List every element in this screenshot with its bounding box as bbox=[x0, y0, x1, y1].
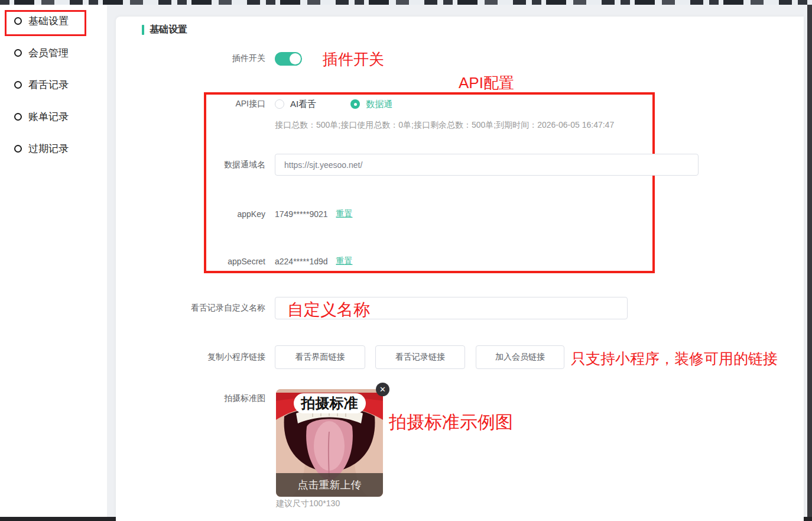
reupload-overlay[interactable]: 点击重新上传 bbox=[276, 473, 383, 497]
domain-input[interactable] bbox=[275, 154, 699, 176]
appkey-value: 1749*****9021 bbox=[275, 209, 328, 219]
join-member-link-button[interactable]: 加入会员链接 bbox=[476, 345, 564, 369]
tongue-photo[interactable]: 拍摄标准 点击重新上传 bbox=[276, 389, 383, 497]
tongue-record-link-button[interactable]: 看舌记录链接 bbox=[375, 345, 465, 369]
appkey-label: appKey bbox=[116, 209, 265, 219]
copy-links-row: 复制小程序链接 看舌界面链接 看舌记录链接 加入会员链接 bbox=[116, 345, 564, 370]
sidebar-item-tongue-records[interactable]: 看舌记录 bbox=[14, 76, 69, 93]
appsecret-row: appSecret a224*****1d9d 重置 bbox=[116, 254, 353, 268]
standard-image-row: 拍摄标准图 bbox=[116, 393, 275, 404]
standard-image-uploader: 拍摄标准 点击重新上传 ✕ bbox=[276, 389, 383, 497]
appsecret-reset-link[interactable]: 重置 bbox=[336, 256, 353, 267]
sidebar-item-label: 看舌记录 bbox=[28, 78, 69, 92]
radio-datatong[interactable]: 数据通 bbox=[350, 99, 392, 110]
radio-selected-icon bbox=[350, 99, 360, 109]
sidebar-item-bill-records[interactable]: 账单记录 bbox=[14, 108, 69, 125]
annotation-links: 只支持小程序，装修可用的链接 bbox=[571, 349, 778, 368]
plugin-switch-label: 插件开关 bbox=[116, 53, 265, 64]
annotation-api-box bbox=[204, 92, 655, 273]
standard-image-label: 拍摄标准图 bbox=[116, 393, 265, 404]
annotation-image-example: 拍摄标准示例图 bbox=[389, 410, 513, 435]
annotation-switch: 插件开关 bbox=[323, 49, 384, 70]
basic-settings-panel: 基础设置 插件开关 插件开关 API配置 API接口 AI看舌 数据通 接口总数… bbox=[116, 17, 804, 521]
photo-standard-badge: 拍摄标准 bbox=[294, 393, 366, 413]
custom-name-label: 看舌记录自定义名称 bbox=[116, 303, 265, 313]
page-title: 基础设置 bbox=[150, 24, 187, 36]
radio-unselected-icon bbox=[275, 99, 284, 109]
domain-label: 数据通域名 bbox=[116, 160, 265, 170]
window-right-edge bbox=[807, 5, 812, 521]
sidebar-item-label: 过期记录 bbox=[28, 142, 69, 156]
circle-icon bbox=[14, 145, 22, 153]
circle-icon bbox=[14, 113, 22, 121]
appsecret-label: appSecret bbox=[116, 257, 265, 266]
radio-label: AI看舌 bbox=[290, 99, 316, 110]
browser-edge-strip bbox=[0, 0, 812, 5]
api-quota-text: 接口总数：500单;接口使用总数：0单;接口剩余总数：500单;到期时间：202… bbox=[275, 120, 614, 131]
toggle-knob-icon bbox=[290, 53, 301, 64]
tongue-ui-link-button[interactable]: 看舌界面链接 bbox=[275, 345, 365, 369]
annotation-custom-name: 自定义名称 bbox=[287, 299, 370, 321]
appkey-reset-link[interactable]: 重置 bbox=[336, 209, 353, 219]
sidebar-item-expired-records[interactable]: 过期记录 bbox=[14, 140, 69, 157]
plugin-switch-toggle[interactable] bbox=[275, 52, 302, 66]
radio-ai-tongue[interactable]: AI看舌 bbox=[275, 99, 316, 110]
api-interface-label: API接口 bbox=[116, 99, 265, 109]
sidebar-item-member-management[interactable]: 会员管理 bbox=[14, 44, 69, 61]
sidebar-item-label: 基础设置 bbox=[28, 14, 69, 28]
sidebar-item-label: 会员管理 bbox=[28, 46, 69, 60]
settings-sidebar: 基础设置 会员管理 看舌记录 账单记录 过期记录 bbox=[0, 5, 107, 517]
appsecret-value: a224*****1d9d bbox=[275, 257, 328, 266]
sidebar-item-label: 账单记录 bbox=[28, 110, 69, 124]
api-radio-group: AI看舌 数据通 bbox=[275, 99, 427, 110]
radio-label: 数据通 bbox=[366, 99, 392, 110]
plugin-switch-row: 插件开关 bbox=[116, 50, 302, 67]
circle-icon bbox=[14, 17, 22, 25]
circle-icon bbox=[14, 81, 22, 89]
sidebar-item-basic-settings[interactable]: 基础设置 bbox=[14, 12, 69, 29]
appkey-row: appKey 1749*****9021 重置 bbox=[116, 207, 353, 221]
circle-icon bbox=[14, 49, 22, 57]
copy-links-label: 复制小程序链接 bbox=[116, 352, 265, 363]
annotation-api-config: API配置 bbox=[459, 73, 514, 93]
api-interface-row: API接口 AI看舌 数据通 bbox=[116, 96, 427, 112]
domain-row: 数据通域名 bbox=[116, 154, 699, 176]
custom-name-row: 看舌记录自定义名称 bbox=[116, 297, 628, 319]
section-header: 基础设置 bbox=[142, 24, 187, 36]
close-icon[interactable]: ✕ bbox=[376, 383, 389, 396]
section-accent-bar bbox=[142, 25, 144, 35]
image-size-hint: 建议尺寸100*130 bbox=[276, 499, 340, 509]
